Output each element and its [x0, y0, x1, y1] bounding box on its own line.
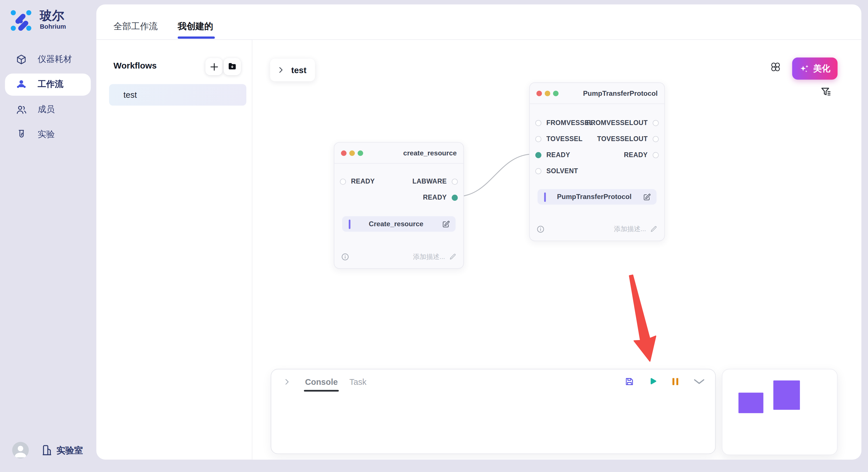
node-create-resource[interactable]: create_resource READY LABWARE READY Crea… [334, 142, 464, 269]
add-workflow-button[interactable] [205, 58, 222, 75]
edit-icon[interactable] [442, 220, 450, 228]
port-input-ready: READY [535, 149, 570, 161]
app-root: 玻尔 Bohrium 仪器耗材 工作流 成员 [0, 0, 868, 472]
box-icon [16, 53, 27, 65]
tab-task[interactable]: Task [349, 377, 366, 386]
workflow-canvas[interactable]: test 美化 [252, 40, 861, 460]
traffic-dot-yellow [545, 90, 550, 96]
workflow-item-name: test [123, 90, 137, 100]
play-icon[interactable] [648, 376, 658, 386]
node-title: PumpTransferProtocol [583, 89, 658, 97]
port-input-fromvessel: FROMVESSEL [535, 117, 593, 129]
pencil-icon[interactable] [650, 225, 658, 233]
traffic-dot-red [341, 150, 346, 156]
port-circle[interactable] [340, 178, 346, 184]
sidebar-item-experiments[interactable]: 实验 [0, 124, 96, 146]
port-output-tovesselout: TOVESSELOUT [597, 133, 659, 144]
minimap-node-pump-transfer [773, 380, 800, 410]
sidebar-item-label: 成员 [38, 104, 55, 115]
sidebar-item-label: 仪器耗材 [38, 53, 72, 65]
tab-console[interactable]: Console [305, 377, 338, 386]
brand-text: 玻尔 Bohrium [40, 9, 66, 30]
sidebar-nav: 仪器耗材 工作流 成员 实验 [0, 48, 96, 149]
edit-icon[interactable] [643, 193, 651, 201]
sidebar-item-members[interactable]: 成员 [0, 98, 96, 121]
brand-name: 玻尔 [40, 9, 66, 23]
annotation-arrow-red [624, 274, 660, 368]
folder-download-icon [228, 62, 237, 71]
import-folder-button[interactable] [224, 58, 241, 75]
description-placeholder[interactable]: 添加描述... [614, 224, 646, 234]
port-label: TOVESSEL [546, 135, 582, 143]
port-circle-connected[interactable] [535, 152, 541, 158]
port-label: READY [546, 151, 570, 159]
port-circle[interactable] [535, 168, 541, 174]
port-input-tovessel: TOVESSEL [535, 133, 583, 144]
avatar[interactable] [12, 442, 29, 459]
sidebar-item-label: 工作流 [38, 78, 63, 90]
node-action-pill[interactable]: Create_resource [342, 216, 456, 232]
node-footer: 添加描述... [536, 223, 658, 235]
port-label: READY [423, 194, 446, 201]
port-circle[interactable] [653, 136, 659, 142]
sparkles-icon [799, 63, 810, 74]
port-circle[interactable] [535, 120, 541, 126]
collapse-chevron-icon[interactable] [283, 378, 290, 385]
canvas-breadcrumb[interactable]: test [270, 59, 315, 81]
info-icon[interactable] [536, 225, 545, 233]
pause-icon[interactable] [671, 376, 680, 386]
sidebar-item-label: 实验 [38, 129, 55, 140]
traffic-dot-yellow [349, 150, 355, 156]
port-label: READY [351, 177, 375, 185]
layout-command-icon[interactable] [770, 61, 783, 74]
pill-label: PumpTransferProtocol [546, 193, 643, 201]
brand-subtitle: Bohrium [40, 23, 66, 30]
chevron-right-icon [277, 66, 284, 73]
port-circle-connected[interactable] [452, 194, 458, 200]
console-panel: Console Task [271, 369, 716, 454]
bohrium-logo-icon [9, 9, 33, 32]
node-action-pill[interactable]: PumpTransferProtocol [538, 189, 657, 205]
sidebar-item-workflows[interactable]: 工作流 [0, 73, 96, 96]
minimap[interactable] [722, 369, 838, 455]
filter-icon[interactable] [820, 86, 832, 98]
node-title: create_resource [403, 149, 457, 157]
port-input-ready: READY [340, 176, 375, 187]
save-icon[interactable] [624, 376, 634, 386]
node-footer: 添加描述... [341, 250, 457, 263]
traffic-dot-green [553, 90, 559, 96]
users-icon [16, 104, 27, 115]
chevron-down-icon[interactable] [693, 376, 705, 386]
pencil-icon[interactable] [449, 252, 457, 260]
sidebar-footer: 实验室 [0, 441, 96, 460]
tab-all-workflows[interactable]: 全部工作流 [113, 21, 158, 32]
port-input-solvent: SOLVENT [535, 165, 578, 177]
port-label: TOVESSELOUT [597, 135, 648, 143]
port-label: READY [624, 151, 648, 159]
tab-created-by-me[interactable]: 我创建的 [178, 21, 213, 32]
port-circle[interactable] [653, 152, 659, 158]
traffic-dot-red [536, 90, 542, 96]
workflow-list-item-test[interactable]: test [109, 84, 246, 105]
beautify-label: 美化 [813, 63, 830, 74]
beautify-button[interactable]: 美化 [792, 58, 838, 80]
flask-icon [16, 129, 27, 140]
port-circle[interactable] [452, 178, 458, 184]
console-actions [624, 376, 705, 386]
port-circle[interactable] [653, 120, 659, 126]
pill-label: Create_resource [350, 220, 442, 228]
description-placeholder[interactable]: 添加描述... [413, 252, 445, 261]
sidebar-item-instruments[interactable]: 仪器耗材 [0, 48, 96, 70]
console-toolbar: Console Task [271, 369, 715, 394]
port-output-ready: READY [624, 149, 659, 161]
port-label: SOLVENT [546, 167, 578, 175]
port-output-fromvesselout: FROMVESSELOUT [586, 117, 659, 129]
port-label: LABWARE [412, 177, 447, 185]
brand-logo: 玻尔 Bohrium [9, 9, 66, 32]
person-icon [16, 78, 27, 90]
port-circle[interactable] [535, 136, 541, 142]
workspace-tabbar: 全部工作流 我创建的 [96, 4, 861, 40]
info-icon[interactable] [341, 252, 349, 261]
lab-label[interactable]: 实验室 [57, 445, 83, 457]
node-pump-transfer-protocol[interactable]: PumpTransferProtocol FROMVESSEL TOVESSEL… [529, 82, 665, 241]
